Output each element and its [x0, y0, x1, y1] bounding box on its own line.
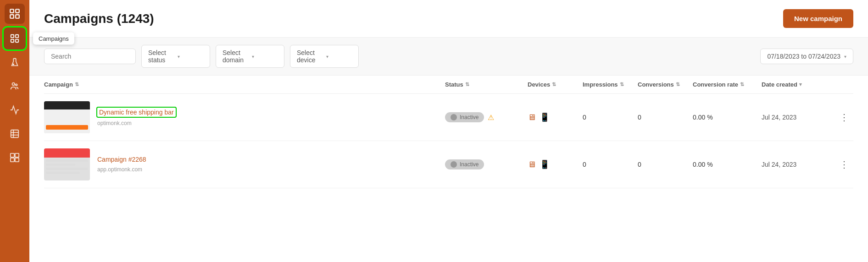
sidebar-item-campaigns[interactable]: Campaigns — [4, 27, 26, 49]
campaign-domain-2: app.optimonk.com — [97, 166, 142, 173]
date-cell-1: Jul 24, 2023 — [762, 114, 835, 121]
page-header: Campaigns (1243) New campaign — [29, 0, 868, 38]
devices-cell-1: 🖥 📱 — [528, 112, 583, 122]
col-campaign[interactable]: Campaign ⇅ — [44, 81, 445, 88]
campaign-info-2: Campaign #2268 app.optimonk.com — [97, 156, 146, 173]
conversion-rate-sort-icon: ⇅ — [740, 82, 744, 87]
warning-icon-1: ⚠ — [488, 113, 494, 122]
status-cell-1: Inactive ⚠ — [445, 112, 528, 122]
campaign-cell-2: Campaign #2268 app.optimonk.com — [44, 148, 445, 180]
status-toggle-2[interactable]: Inactive — [445, 159, 484, 169]
sidebar-item-table[interactable] — [4, 123, 26, 145]
sidebar-item-audience[interactable] — [4, 75, 26, 97]
svg-rect-1 — [16, 9, 19, 13]
conversion-rate-cell-2: 0.00 % — [693, 161, 762, 168]
sidebar: Campaigns — [0, 0, 29, 262]
search-input[interactable] — [44, 49, 136, 64]
campaign-cell-1: Dynamic free shipping bar optimonk.com — [44, 101, 445, 133]
col-impressions[interactable]: Impressions ⇅ — [583, 81, 638, 88]
campaign-info-1: Dynamic free shipping bar optimonk.com — [97, 108, 176, 127]
col-conversion-rate[interactable]: Conversion rate ⇅ — [693, 81, 762, 88]
main-content: Campaigns (1243) New campaign Select sta… — [29, 0, 868, 262]
campaign-name-2[interactable]: Campaign #2268 — [97, 156, 146, 163]
table-row: Dynamic free shipping bar optimonk.com I… — [44, 94, 853, 141]
domain-filter-label: Select domain — [223, 49, 248, 64]
new-campaign-button[interactable]: New campaign — [783, 9, 853, 28]
svg-rect-18 — [15, 158, 19, 162]
filters-bar: Select status ▾ Select domain ▾ Select d… — [29, 38, 868, 76]
svg-rect-17 — [11, 158, 14, 162]
svg-rect-5 — [16, 35, 18, 38]
sidebar-item-labs[interactable] — [4, 51, 26, 73]
svg-point-9 — [12, 83, 15, 86]
col-date-created[interactable]: Date created ▾ — [762, 81, 835, 88]
status-cell-2: Inactive — [445, 159, 528, 169]
campaign-name-1[interactable]: Dynamic free shipping bar — [97, 108, 176, 117]
date-cell-2: Jul 24, 2023 — [762, 161, 835, 168]
svg-rect-15 — [11, 153, 14, 157]
devices-cell-2: 🖥 📱 — [528, 159, 583, 169]
toggle-dot-1 — [451, 114, 457, 120]
status-label-1: Inactive — [460, 114, 479, 120]
svg-point-10 — [16, 84, 17, 86]
mobile-icon-1: 📱 — [540, 112, 550, 122]
devices-sort-icon: ⇅ — [552, 82, 556, 87]
svg-rect-11 — [11, 130, 19, 138]
campaign-sort-icon: ⇅ — [75, 82, 79, 87]
device-filter-label: Select device — [297, 49, 323, 64]
date-range-chevron-icon: ▾ — [844, 54, 846, 59]
status-sort-icon: ⇅ — [465, 82, 469, 87]
campaigns-table: Campaign ⇅ Status ⇅ Devices ⇅ Impression… — [29, 76, 868, 262]
svg-rect-16 — [15, 153, 19, 157]
toggle-dot-2 — [451, 161, 457, 168]
device-chevron-icon: ▾ — [326, 54, 352, 59]
device-filter[interactable]: Select device ▾ — [290, 45, 359, 68]
impressions-cell-1: 0 — [583, 114, 638, 121]
conversions-sort-icon: ⇅ — [676, 82, 680, 87]
col-status[interactable]: Status ⇅ — [445, 81, 528, 88]
impressions-cell-2: 0 — [583, 161, 638, 168]
page-title: Campaigns (1243) — [44, 11, 154, 26]
col-conversions[interactable]: Conversions ⇅ — [638, 81, 693, 88]
svg-rect-6 — [11, 39, 14, 42]
status-filter-label: Select status — [148, 49, 174, 64]
table-header-row: Campaign ⇅ Status ⇅ Devices ⇅ Impression… — [44, 76, 853, 94]
row-action-btn-2[interactable]: ⋮ — [835, 159, 853, 170]
date-sort-icon: ▾ — [799, 82, 802, 87]
desktop-icon-1: 🖥 — [528, 113, 536, 122]
table-row: Campaign #2268 app.optimonk.com Inactive… — [44, 141, 853, 188]
campaign-domain-1: optimonk.com — [97, 120, 132, 126]
sidebar-item-analytics[interactable] — [4, 99, 26, 121]
svg-rect-0 — [10, 9, 14, 13]
svg-rect-2 — [10, 15, 14, 18]
conversion-rate-cell-1: 0.00 % — [693, 114, 762, 121]
sidebar-item-widgets[interactable] — [4, 147, 26, 169]
desktop-icon-2: 🖥 — [528, 160, 536, 169]
status-chevron-icon: ▾ — [178, 54, 203, 59]
col-actions — [835, 81, 853, 88]
impressions-sort-icon: ⇅ — [620, 82, 624, 87]
sidebar-logo[interactable] — [5, 4, 25, 24]
row-action-btn-1[interactable]: ⋮ — [835, 112, 853, 123]
domain-filter[interactable]: Select domain ▾ — [216, 45, 284, 68]
conversions-cell-2: 0 — [638, 161, 693, 168]
svg-point-8 — [13, 64, 14, 65]
date-range-label: 07/18/2023 to 07/24/2023 — [767, 53, 840, 60]
col-devices[interactable]: Devices ⇅ — [528, 81, 583, 88]
svg-rect-3 — [16, 15, 19, 18]
status-toggle-1[interactable]: Inactive — [445, 112, 484, 122]
campaign-thumbnail-2 — [44, 148, 90, 180]
domain-chevron-icon: ▾ — [252, 54, 278, 59]
status-filter[interactable]: Select status ▾ — [141, 45, 210, 68]
date-range-filter[interactable]: 07/18/2023 to 07/24/2023 ▾ — [760, 49, 853, 64]
campaign-thumbnail-1 — [44, 101, 90, 133]
svg-rect-4 — [11, 35, 14, 38]
status-label-2: Inactive — [460, 161, 479, 168]
svg-rect-7 — [16, 39, 18, 42]
campaigns-tooltip: Campaigns — [33, 33, 74, 45]
conversions-cell-1: 0 — [638, 114, 693, 121]
mobile-icon-2: 📱 — [540, 159, 550, 169]
